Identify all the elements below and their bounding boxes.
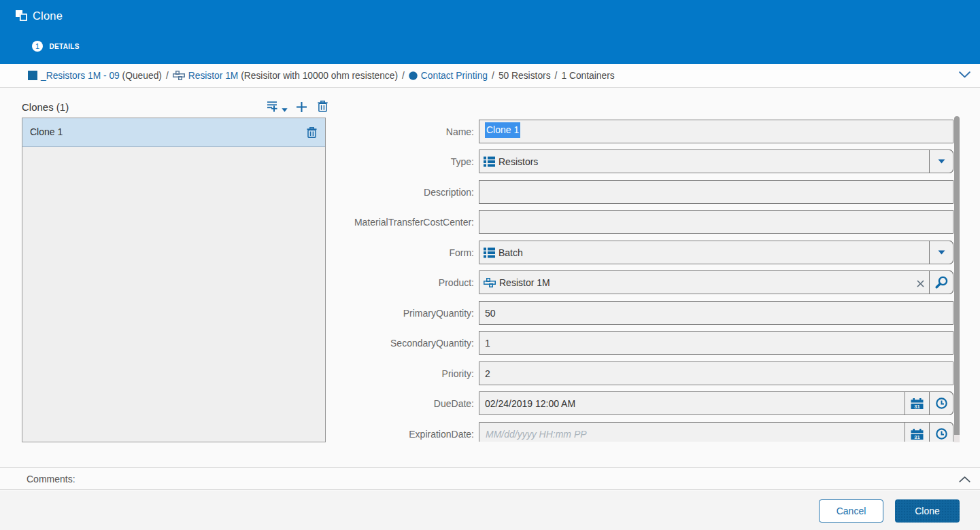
svg-text:31: 31 bbox=[914, 434, 919, 439]
svg-text:31: 31 bbox=[914, 403, 919, 408]
